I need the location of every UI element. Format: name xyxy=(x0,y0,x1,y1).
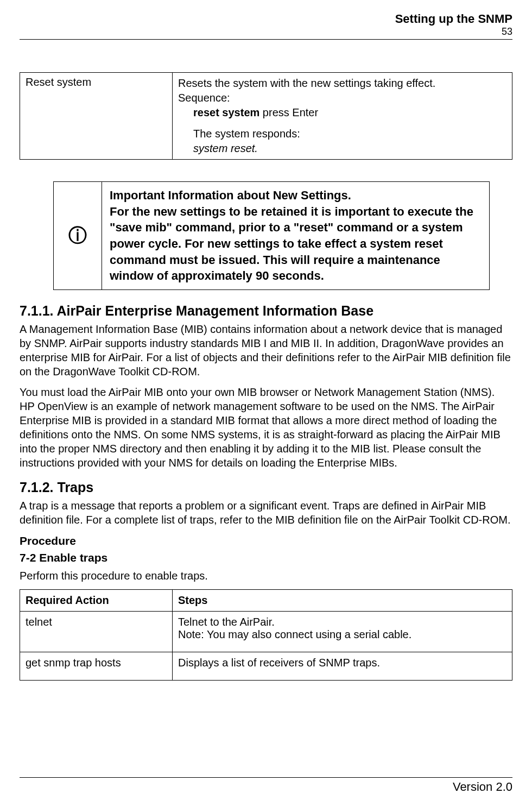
table-header-row: Required Action Steps xyxy=(20,589,512,611)
procedure-number: 7-2 Enable traps xyxy=(20,550,512,565)
command-line: reset system press Enter xyxy=(178,105,506,120)
page-footer: Version 2.0 xyxy=(20,777,512,794)
table-row: get snmp trap hosts Displays a list of r… xyxy=(20,652,512,680)
info-callout: ⓘ Important Information about New Settin… xyxy=(53,181,490,290)
info-icon: ⓘ xyxy=(54,182,102,290)
table-row: Reset system Resets the system with the … xyxy=(20,73,512,160)
steps-line: Note: You may also connect using a seria… xyxy=(178,628,411,640)
enable-traps-steps-table: Required Action Steps telnet Telnet to t… xyxy=(20,589,512,681)
page-header-title: Setting up the SNMP xyxy=(20,12,512,26)
command-rest: press Enter xyxy=(259,106,318,118)
response-intro: The system responds: xyxy=(178,127,506,141)
steps-action-cell: telnet xyxy=(20,611,173,652)
section-heading-traps: 7.1.2. Traps xyxy=(20,480,512,495)
callout-text: Important Information about New Settings… xyxy=(102,182,490,290)
description-line: Resets the system with the new settings … xyxy=(178,77,435,89)
response-text: system reset. xyxy=(178,141,506,156)
description-cell: Resets the system with the new settings … xyxy=(173,73,512,160)
steps-desc-cell: Telnet to the AirPair. Note: You may als… xyxy=(173,611,512,652)
action-cell: Reset system xyxy=(20,73,173,160)
section-heading-mib: 7.1.1. AirPair Enterprise Management Inf… xyxy=(20,303,512,319)
table-row: telnet Telnet to the AirPair. Note: You … xyxy=(20,611,512,652)
procedure-instruction: Perform this procedure to enable traps. xyxy=(20,569,512,583)
section-para: You must load the AirPair MIB onto your … xyxy=(20,385,512,470)
version-label: Version 2.0 xyxy=(20,780,512,794)
steps-line: Displays a list of receivers of SNMP tra… xyxy=(178,657,380,669)
footer-rule xyxy=(20,777,512,778)
steps-col-steps-header: Steps xyxy=(173,589,512,611)
reset-system-table: Reset system Resets the system with the … xyxy=(20,72,512,160)
header-rule xyxy=(20,39,512,40)
table-row: ⓘ Important Information about New Settin… xyxy=(54,182,490,290)
page-number: 53 xyxy=(20,26,512,37)
callout-title: Important Information about New Settings… xyxy=(110,188,351,202)
steps-action-cell: get snmp trap hosts xyxy=(20,652,173,680)
sequence-label: Sequence: xyxy=(178,92,230,104)
procedure-label: Procedure xyxy=(20,533,512,548)
callout-body: For the new settings to be retained it i… xyxy=(110,205,473,283)
document-page: Setting up the SNMP 53 Reset system Rese… xyxy=(0,0,532,806)
command-bold: reset system xyxy=(193,106,259,118)
spacer xyxy=(178,641,506,647)
section-para: A trap is a message that reports a probl… xyxy=(20,499,512,527)
callout-container: ⓘ Important Information about New Settin… xyxy=(20,181,512,290)
spacer xyxy=(178,669,506,676)
steps-desc-cell: Displays a list of receivers of SNMP tra… xyxy=(173,652,512,680)
spacer xyxy=(178,120,506,127)
steps-line: Telnet to the AirPair. xyxy=(178,616,275,628)
steps-col-action-header: Required Action xyxy=(20,589,173,611)
section-para: A Management Information Base (MIB) cont… xyxy=(20,322,512,379)
